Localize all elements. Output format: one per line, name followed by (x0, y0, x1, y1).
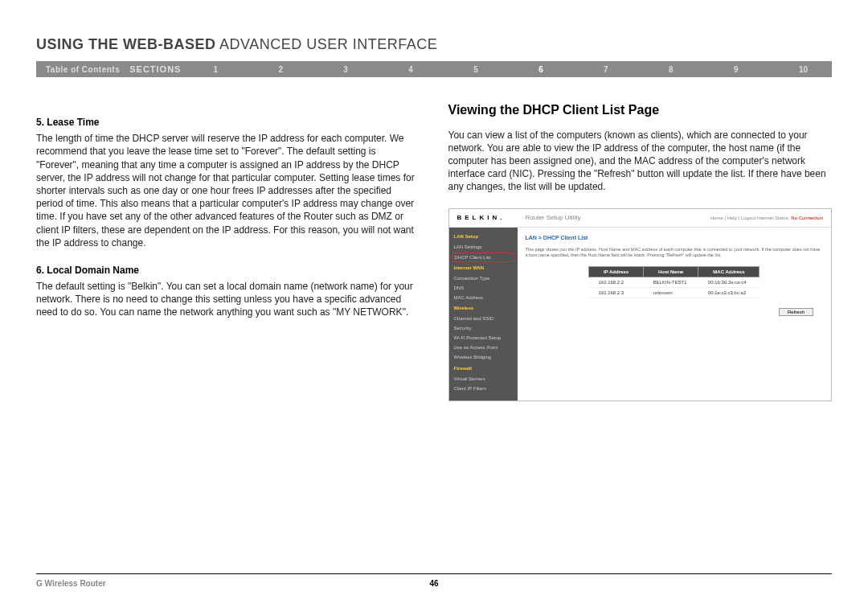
title-bold: USING THE WEB-BASED (36, 36, 216, 52)
sidebar-item[interactable]: Wireless Bridging (449, 352, 518, 362)
sidebar-item[interactable]: Virtual Servers (449, 374, 518, 384)
refresh-button[interactable]: Refresh (779, 308, 813, 316)
sidebar-item[interactable]: Client IP Filters (449, 384, 518, 393)
router-utility-label: Router Setup Utility (526, 214, 710, 223)
left-column: 5. Lease Time The length of time the DHC… (36, 101, 420, 401)
sidebar-item[interactable]: Channel and SSID (449, 314, 518, 323)
sidebar-category: Internet WAN (449, 262, 518, 273)
title-thin: ADVANCED USER INTERFACE (216, 36, 438, 52)
sidebar-category: LAN Setup (449, 231, 518, 242)
top-nav: Home | Help | Logout Internet Status: No… (710, 215, 823, 221)
sidebar-item[interactable]: MAC Address (449, 293, 518, 302)
router-ui-screenshot: BELKIN. Router Setup Utility Home | Help… (448, 208, 833, 402)
page-title: USING THE WEB-BASED ADVANCED USER INTERF… (36, 36, 832, 53)
table-header: MAC Address (698, 267, 760, 277)
section-link-10[interactable]: 10 (791, 65, 816, 74)
sidebar-item[interactable]: DHCP Client List (452, 253, 515, 262)
sidebar-item[interactable]: Wi-Fi Protected Setup (449, 333, 518, 343)
lease-time-text: The length of time the DHCP server will … (36, 132, 420, 249)
section-link-3[interactable]: 3 (335, 65, 356, 74)
sidebar-item[interactable]: Connection Type (449, 273, 518, 283)
section-link-6[interactable]: 6 (530, 65, 551, 74)
section-link-4[interactable]: 4 (400, 65, 421, 74)
sidebar-category: Wireless (449, 302, 518, 314)
local-domain-text: The default setting is "Belkin". You can… (36, 280, 420, 319)
sidebar-category: Firewall (449, 363, 518, 374)
table-row: 192.168.2.2BELKIN-TEST100:16:36:2e:ca:c4 (589, 277, 760, 288)
section-link-5[interactable]: 5 (465, 65, 486, 74)
table-row: 192.168.2.3unknown00:1e:c2:c3:bc:a2 (589, 288, 760, 298)
router-sidebar: LAN SetupLAN SettingsDHCP Client ListInt… (449, 228, 518, 401)
lease-time-heading: 5. Lease Time (36, 116, 420, 129)
section-link-8[interactable]: 8 (661, 65, 682, 74)
sidebar-item[interactable]: DNS (449, 283, 518, 293)
page-number: 46 (429, 579, 438, 588)
sections-label: SECTIONS (129, 64, 205, 74)
section-link-1[interactable]: 1 (205, 65, 226, 74)
connection-status: No Connection (791, 216, 823, 220)
section-link-2[interactable]: 2 (270, 65, 291, 74)
section-link-9[interactable]: 9 (726, 65, 747, 74)
router-main: LAN > DHCP Client List This page shows y… (518, 228, 832, 401)
section-nav: Table of Contents SECTIONS 12345678910 (36, 61, 832, 77)
toc-link[interactable]: Table of Contents (36, 65, 129, 74)
section-link-7[interactable]: 7 (596, 65, 616, 74)
dhcp-client-list-text: You can view a list of the computers (kn… (448, 129, 833, 194)
dhcp-client-table: IP AddressHost NameMAC Address 192.168.2… (588, 266, 760, 298)
breadcrumb: LAN > DHCP Client List (526, 234, 824, 241)
dhcp-client-list-heading: Viewing the DHCP Client List Page (448, 101, 833, 119)
table-header: IP Address (589, 267, 644, 277)
sidebar-item[interactable]: Security (449, 323, 518, 333)
product-name: G Wireless Router (36, 579, 106, 588)
sidebar-item[interactable]: Use as Access Point (449, 343, 518, 352)
sidebar-item[interactable]: LAN Settings (449, 242, 518, 252)
local-domain-heading: 6. Local Domain Name (36, 264, 420, 277)
belkin-logo: BELKIN. (457, 214, 526, 223)
table-header: Host Name (644, 267, 698, 277)
page-footer: G Wireless Router 46 (36, 573, 832, 588)
right-column: Viewing the DHCP Client List Page You ca… (448, 101, 833, 401)
page-description: This page shows you the IP address, Host… (526, 247, 824, 258)
